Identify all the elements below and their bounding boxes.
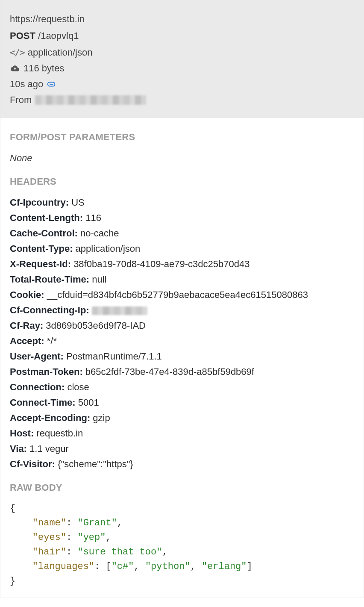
form-params-title: FORM/POST PARAMETERS <box>10 130 354 144</box>
raw-body: { "name": "Grant", "eyes": "yep", "hair"… <box>10 501 354 589</box>
header-row: X-Request-Id: 38f0ba19-70d8-4109-ae79-c3… <box>10 257 354 271</box>
header-value: {"scheme":"https"} <box>58 459 133 469</box>
header-row: Cf-Connecting-Ip: <box>10 303 354 317</box>
base-url: https://requestb.in <box>10 12 354 26</box>
header-value: 3d869b053e6d9f78-IAD <box>46 320 146 331</box>
header-row: Total-Route-Time: null <box>10 272 354 286</box>
code-icon: </> <box>10 45 24 59</box>
permalink-icon[interactable] <box>47 80 56 89</box>
header-value: b65c2fdf-73be-47e4-839d-a85bf59db69f <box>85 366 254 377</box>
header-row: Cookie: __cfduid=d834bf4cb6b52779b9aebac… <box>10 288 354 302</box>
headers-title: HEADERS <box>10 174 354 189</box>
header-row: Cf-Ray: 3d869b053e6d9f78-IAD <box>10 318 354 333</box>
header-key: Accept: <box>10 336 47 346</box>
size-line: 116 bytes <box>10 61 354 75</box>
from-redacted <box>35 95 146 105</box>
header-key: Cookie: <box>10 289 47 300</box>
from-line: From <box>10 93 354 107</box>
header-key: Cache-Control: <box>10 228 80 239</box>
request-details: FORM/POST PARAMETERS None HEADERS Cf-Ipc… <box>0 118 364 598</box>
header-value: */* <box>47 336 57 346</box>
header-key: Content-Length: <box>10 212 85 223</box>
header-row: Accept: */* <box>10 334 354 348</box>
from-label: From <box>10 93 32 107</box>
request-path-text: /1aopvlq1 <box>38 30 79 41</box>
headers-list: Cf-Ipcountry: USContent-Length: 116Cache… <box>10 195 354 471</box>
header-key: Connect-Time: <box>10 397 78 408</box>
header-value: 38f0ba19-70d8-4109-ae79-c3dc25b70d43 <box>73 259 250 269</box>
header-key: Cf-Connecting-Ip: <box>10 305 92 315</box>
header-key: Via: <box>10 443 29 454</box>
header-value: no-cache <box>80 228 119 239</box>
header-row: Cf-Ipcountry: US <box>10 195 354 209</box>
header-key: Host: <box>10 428 36 439</box>
header-value: US <box>71 197 85 208</box>
header-value-redacted <box>92 306 147 315</box>
header-row: Host: requestb.in <box>10 426 354 440</box>
raw-body-title: RAW BODY <box>10 480 354 495</box>
header-row: Via: 1.1 vegur <box>10 442 354 456</box>
header-key: Connection: <box>10 382 67 392</box>
cloud-upload-icon <box>10 64 20 73</box>
header-value: 1.1 vegur <box>29 443 69 454</box>
request-summary-header: https://requestb.in POST /1aopvlq1 </> a… <box>0 0 364 118</box>
time-ago-text: 10s ago <box>10 77 43 91</box>
header-value: close <box>67 382 89 392</box>
header-key: Accept-Encoding: <box>10 413 93 423</box>
body-size-text: 116 bytes <box>23 61 64 75</box>
header-row: Connect-Time: 5001 <box>10 395 354 410</box>
header-row: Connection: close <box>10 380 354 394</box>
form-params-none: None <box>10 151 354 165</box>
header-key: Cf-Ipcountry: <box>10 197 71 208</box>
header-value: 116 <box>85 212 101 223</box>
header-key: Total-Route-Time: <box>10 274 92 285</box>
header-key: Cf-Visitor: <box>10 459 58 469</box>
header-row: Content-Type: application/json <box>10 242 354 256</box>
header-value: requestb.in <box>36 428 83 439</box>
content-type-line: </> application/json <box>10 45 354 59</box>
header-value: null <box>92 274 106 285</box>
header-value: __cfduid=d834bf4cb6b52779b9aebacace5ea4e… <box>47 289 308 300</box>
header-row: Cf-Visitor: {"scheme":"https"} <box>10 457 354 471</box>
header-key: Content-Type: <box>10 243 76 254</box>
header-row: Cache-Control: no-cache <box>10 226 354 240</box>
header-value: gzip <box>93 413 110 423</box>
header-row: Postman-Token: b65c2fdf-73be-47e4-839d-a… <box>10 365 354 379</box>
header-key: Postman-Token: <box>10 366 85 377</box>
header-row: Accept-Encoding: gzip <box>10 411 354 425</box>
content-type-text: application/json <box>28 45 93 59</box>
header-row: Content-Length: 116 <box>10 211 354 225</box>
header-key: X-Request-Id: <box>10 259 73 269</box>
request-panel: https://requestb.in POST /1aopvlq1 </> a… <box>0 0 364 598</box>
header-value: PostmanRuntime/7.1.1 <box>66 351 162 362</box>
header-row: User-Agent: PostmanRuntime/7.1.1 <box>10 349 354 363</box>
header-value: application/json <box>76 243 141 254</box>
http-method: POST <box>10 30 35 41</box>
method-path-line: POST /1aopvlq1 <box>10 29 354 43</box>
header-value: 5001 <box>78 397 99 408</box>
header-key: Cf-Ray: <box>10 320 46 331</box>
header-key: User-Agent: <box>10 351 66 362</box>
time-line: 10s ago <box>10 77 354 91</box>
